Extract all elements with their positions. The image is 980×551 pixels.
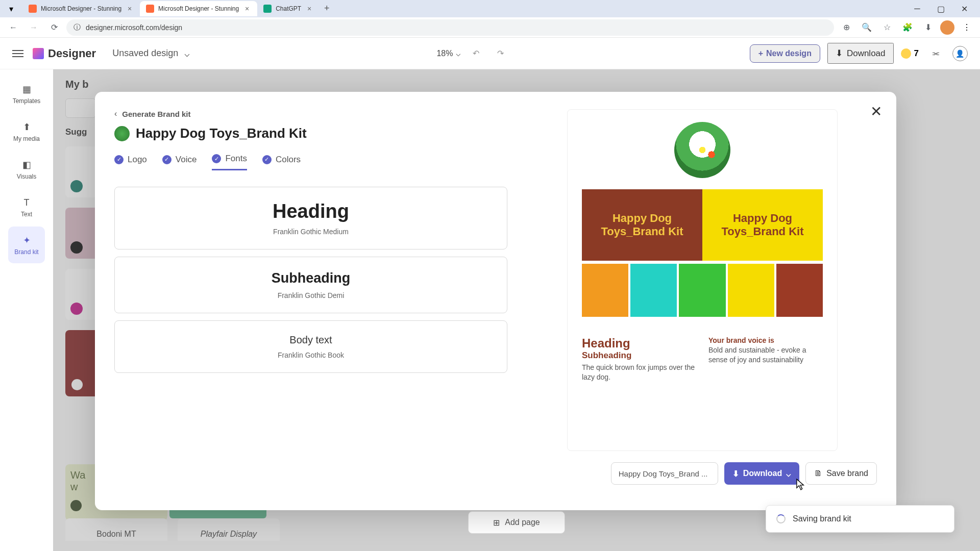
download-label: Download xyxy=(743,469,782,478)
bookmark-icon[interactable]: ☆ xyxy=(879,19,895,36)
zoom-dropdown[interactable]: 18% ⌵ xyxy=(436,48,461,58)
account-button[interactable]: 👤 xyxy=(952,46,968,61)
chevron-down-icon: ⌵ xyxy=(184,48,190,59)
credits-value: 7 xyxy=(914,48,919,59)
extensions-icon[interactable]: 🧩 xyxy=(899,19,916,36)
close-window-button[interactable]: ✕ xyxy=(952,1,976,16)
rail-label: Text xyxy=(21,211,32,218)
reload-button[interactable]: ⟳ xyxy=(46,19,62,36)
add-page-button[interactable]: ⊞ Add page xyxy=(468,511,565,534)
font-family-name: Franklin Gothic Medium xyxy=(125,228,497,236)
brand-kit-preview: Happy Dog Toys_Brand Kit Happy Dog Toys_… xyxy=(567,109,838,451)
tab-label: Fonts xyxy=(225,154,247,164)
tab-fonts[interactable]: ✓ Fonts xyxy=(212,154,247,170)
font-card-body[interactable]: Body text Franklin Gothic Book xyxy=(114,320,507,373)
rail-text[interactable]: T Text xyxy=(8,189,45,226)
upload-icon: ⬆ xyxy=(20,121,33,133)
install-app-icon[interactable]: ⊕ xyxy=(838,19,854,36)
font-card-subheading[interactable]: Subheading Franklin Gothic Demi xyxy=(114,257,507,313)
text-icon: T xyxy=(20,196,33,209)
brand-name-bands: Happy Dog Toys_Brand Kit Happy Dog Toys_… xyxy=(582,189,823,261)
download-label: Download xyxy=(847,48,886,59)
tab-history-dropdown[interactable]: ▾ xyxy=(4,2,18,16)
rail-my-media[interactable]: ⬆ My media xyxy=(8,113,45,150)
modal-left-pane: ‹ Generate Brand kit Happy Dog Toys_Bran… xyxy=(114,109,507,493)
url-text: designer.microsoft.com/design xyxy=(86,23,182,32)
save-brand-button[interactable]: 🗎 Save brand xyxy=(805,462,877,485)
download-icon: ⬇ xyxy=(732,469,739,479)
swatch-green xyxy=(679,264,725,317)
close-icon: ✕ xyxy=(870,104,882,119)
back-button[interactable]: ← xyxy=(5,19,21,36)
hamburger-menu-button[interactable] xyxy=(12,50,23,57)
download-kit-button[interactable]: ⬇ Download ⌵ xyxy=(724,462,799,485)
preview-voice-column: Your brand voice is Bold and sustainable… xyxy=(708,336,823,382)
forward-button[interactable]: → xyxy=(26,19,42,36)
color-swatch-row xyxy=(582,264,823,317)
redo-button[interactable]: ↷ xyxy=(491,44,510,63)
browser-tab-2[interactable]: Microsoft Designer - Stunning × xyxy=(140,1,257,16)
step-tabs: ✓ Logo ✓ Voice ✓ Fonts ✓ Colors xyxy=(114,154,507,170)
tab-title: Microsoft Designer - Stunning xyxy=(41,5,121,12)
person-icon: 👤 xyxy=(955,49,964,58)
browser-tab-1[interactable]: Microsoft Designer - Stunning × xyxy=(22,1,140,16)
rail-label: Templates xyxy=(13,97,41,105)
profile-avatar-button[interactable] xyxy=(940,20,954,35)
download-button[interactable]: ⬇ Download xyxy=(827,43,894,64)
zoom-icon[interactable]: 🔍 xyxy=(859,19,875,36)
kit-name-input[interactable] xyxy=(611,462,718,485)
plus-square-icon: ⊞ xyxy=(493,518,500,528)
font-sample: Body text xyxy=(125,334,497,346)
designer-logo[interactable]: Designer xyxy=(33,47,96,60)
font-family-name: Franklin Gothic Demi xyxy=(125,291,497,299)
browser-toolbar: ← → ⟳ ⓘ designer.microsoft.com/design ⊕ … xyxy=(0,17,980,38)
rail-brand-kit[interactable]: ✦ Brand kit xyxy=(8,227,45,263)
modal-action-bar: ⬇ Download ⌵ 🗎 Save brand xyxy=(611,462,877,485)
modal-close-button[interactable]: ✕ xyxy=(870,103,882,120)
preview-typography-row: Heading Subheading The quick brown fox j… xyxy=(582,336,823,382)
chevron-left-icon: ‹ xyxy=(114,109,117,118)
new-tab-button[interactable]: + xyxy=(320,1,334,15)
font-cards: Heading Franklin Gothic Medium Subheadin… xyxy=(114,187,507,373)
address-bar[interactable]: ⓘ designer.microsoft.com/design xyxy=(66,19,834,36)
font-sample: Heading xyxy=(125,201,497,222)
share-button[interactable]: ⫘ xyxy=(926,44,945,63)
new-design-label: New design xyxy=(766,49,812,58)
spinner-icon xyxy=(776,514,786,523)
undo-button[interactable]: ↶ xyxy=(466,44,485,63)
chrome-menu-button[interactable]: ⋮ xyxy=(959,22,975,32)
voice-text: Bold and sustainable - evoke a sense of … xyxy=(708,345,823,365)
font-sample: Subheading xyxy=(125,270,497,286)
tab-label: Logo xyxy=(128,155,147,165)
designer-logo-icon xyxy=(33,48,44,59)
tab-close-icon[interactable]: × xyxy=(243,5,251,13)
downloads-icon[interactable]: ⬇ xyxy=(920,19,936,36)
maximize-button[interactable]: ▢ xyxy=(929,1,952,16)
tab-close-icon[interactable]: × xyxy=(126,5,134,13)
site-info-icon[interactable]: ⓘ xyxy=(74,23,81,32)
design-name-dropdown[interactable]: Unsaved design ⌵ xyxy=(105,45,197,62)
font-card-heading[interactable]: Heading Franklin Gothic Medium xyxy=(114,187,507,249)
preview-font-column: Heading Subheading The quick brown fox j… xyxy=(582,336,696,382)
browser-tab-strip: ▾ Microsoft Designer - Stunning × Micros… xyxy=(0,0,980,17)
credits-counter[interactable]: 7 xyxy=(901,48,919,59)
browser-tab-3[interactable]: ChatGPT × xyxy=(257,1,320,16)
browser-tabs: Microsoft Designer - Stunning × Microsof… xyxy=(22,1,905,16)
rail-visuals[interactable]: ◧ Visuals xyxy=(8,151,45,188)
band-dark: Happy Dog Toys_Brand Kit xyxy=(582,189,702,261)
minimize-button[interactable]: ─ xyxy=(905,1,929,16)
tab-logo[interactable]: ✓ Logo xyxy=(114,154,147,170)
modal-right-pane: Happy Dog Toys_Brand Kit Happy Dog Toys_… xyxy=(507,109,877,493)
rail-templates[interactable]: ▦ Templates xyxy=(8,76,45,112)
tab-title: Microsoft Designer - Stunning xyxy=(158,5,239,12)
design-name-text: Unsaved design xyxy=(112,48,178,59)
swatch-brown xyxy=(776,264,823,317)
new-design-button[interactable]: + New design xyxy=(750,44,820,63)
tab-colors[interactable]: ✓ Colors xyxy=(262,154,301,170)
chatgpt-favicon-icon xyxy=(263,5,272,13)
rail-label: Brand kit xyxy=(14,248,38,256)
breadcrumb[interactable]: ‹ Generate Brand kit xyxy=(114,109,507,118)
tab-voice[interactable]: ✓ Voice xyxy=(162,154,197,170)
breadcrumb-text: Generate Brand kit xyxy=(122,110,190,118)
tab-close-icon[interactable]: × xyxy=(305,5,313,13)
